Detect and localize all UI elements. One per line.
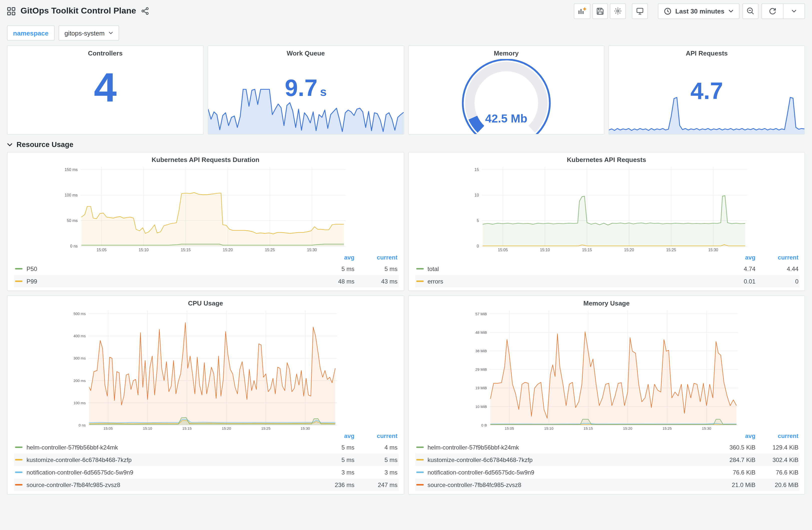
share-icon[interactable] (141, 7, 149, 15)
legend-series-name[interactable]: helm-controller-57f9b56bbf-k24mk (427, 444, 712, 451)
stat-unit: s (320, 85, 327, 99)
legend-header-avg[interactable]: avg (311, 254, 354, 261)
svg-text:15:05: 15:05 (504, 427, 513, 430)
legend-current-value: 5 ms (354, 265, 397, 272)
legend-series-name[interactable]: kustomize-controller-6c6784b468-7kzfp (27, 456, 311, 463)
series-color-dash (416, 268, 423, 269)
series-color-dash (416, 280, 423, 282)
legend-header-current[interactable]: current (755, 254, 798, 261)
namespace-variable-label[interactable]: namespace (7, 26, 55, 41)
row-toggle-resource-usage[interactable]: Resource Usage (0, 134, 812, 152)
legend-header: avgcurrent (14, 253, 398, 263)
refresh-interval-caret[interactable] (783, 4, 804, 18)
legend-series-name[interactable]: source-controller-7fb84fc985-zvsz8 (427, 481, 712, 488)
legend-header-current[interactable]: current (354, 432, 397, 440)
memory-chart[interactable]: 15:0515:1015:1515:2015:2515:300 B10 MiB1… (408, 307, 804, 431)
panel-title[interactable]: Kubernetes API Requests Duration (8, 152, 404, 163)
legend-header-avg[interactable]: avg (712, 432, 755, 440)
legend-row: P505 ms5 ms (14, 263, 398, 275)
time-range-picker[interactable]: Last 30 minutes (658, 3, 739, 19)
svg-text:50 ms: 50 ms (67, 219, 77, 223)
refresh-button[interactable] (762, 4, 783, 18)
legend-current-value: 0 (755, 278, 798, 285)
svg-text:29 MiB: 29 MiB (475, 368, 487, 371)
svg-text:57 MiB: 57 MiB (475, 312, 487, 316)
requests-chart[interactable]: 15:0515:1015:1515:2015:2515:30051015 (408, 163, 804, 253)
legend-series-name[interactable]: notification-controller-6d56575dc-5w9n9 (27, 469, 311, 476)
legend-header-avg[interactable]: avg (712, 254, 755, 261)
duration-chart[interactable]: 15:0515:1015:1515:2015:2515:300 ns50 ms1… (8, 163, 404, 253)
svg-text:15:25: 15:25 (662, 427, 671, 430)
legend-series-name[interactable]: notification-controller-6d56575dc-5w9n9 (427, 469, 712, 476)
panel-k8s-api-requests-duration: Kubernetes API Requests Duration 15:0515… (7, 152, 404, 291)
legend-header: avgcurrent (415, 253, 799, 263)
legend-series-name[interactable]: P99 (27, 278, 311, 285)
panel-title[interactable]: API Requests (609, 46, 805, 57)
legend-current-value: 129.4 KiB (755, 444, 798, 451)
gear-icon (614, 7, 622, 15)
svg-text:5: 5 (477, 219, 479, 223)
svg-text:500 ms: 500 ms (74, 312, 86, 316)
save-button[interactable] (592, 3, 608, 19)
legend-header-avg[interactable]: avg (311, 432, 354, 440)
legend-row: kustomize-controller-6c6784b468-7kzfp284… (415, 454, 799, 466)
series-color-dash (15, 446, 23, 448)
panel-k8s-api-requests: Kubernetes API Requests 15:0515:1015:151… (408, 152, 805, 291)
svg-text:15:15: 15:15 (583, 427, 593, 430)
panel-cpu-usage: CPU Usage 15:0515:1015:1515:2015:2515:30… (7, 295, 404, 495)
add-panel-button[interactable] (574, 3, 590, 19)
series-color-dash (416, 459, 423, 460)
cpu-chart[interactable]: 15:0515:1015:1515:2015:2515:300 ns100 ms… (8, 307, 404, 431)
legend-row: notification-controller-6d56575dc-5w9n93… (14, 466, 398, 479)
legend-series-name[interactable]: kustomize-controller-6c6784b468-7kzfp (427, 456, 712, 463)
svg-text:15:30: 15:30 (301, 427, 310, 430)
legend-series-name[interactable]: total (427, 265, 712, 272)
legend-row: source-controller-7fb84fc985-zvsz821.0 M… (415, 479, 799, 491)
legend-series-name[interactable]: source-controller-7fb84fc985-zvsz8 (27, 481, 311, 488)
svg-text:0 ns: 0 ns (78, 423, 86, 427)
memory-legend: avgcurrenthelm-controller-57f9b56bbf-k24… (408, 431, 804, 494)
caret-down-icon (108, 31, 113, 34)
panel-title[interactable]: Controllers (8, 46, 203, 57)
chevron-down-icon (7, 143, 13, 146)
panel-title[interactable]: Memory (408, 46, 604, 57)
settings-button[interactable] (610, 3, 626, 19)
api-requests-stat-value: 4.7 (609, 79, 805, 103)
legend-header-current[interactable]: current (755, 432, 798, 440)
legend-current-value: 302.4 KiB (755, 456, 798, 463)
svg-text:15:10: 15:10 (540, 248, 550, 252)
apps-grid-icon[interactable] (7, 7, 15, 15)
monitor-icon (636, 7, 644, 15)
panel-title[interactable]: Work Queue (208, 46, 404, 57)
legend-header-current[interactable]: current (354, 254, 397, 261)
namespace-variable-dropdown[interactable]: gitops-system (59, 26, 119, 41)
panel-title[interactable]: Kubernetes API Requests (408, 152, 804, 163)
tv-mode-button[interactable] (632, 3, 648, 19)
panel-title[interactable]: Memory Usage (408, 296, 804, 307)
legend-row: total4.744.44 (415, 263, 799, 275)
legend-series-name[interactable]: helm-controller-57f9b56bbf-k24mk (27, 444, 311, 451)
legend-series-name[interactable]: errors (427, 278, 712, 285)
caret-down-icon (728, 9, 734, 13)
zoom-out-button[interactable] (742, 3, 758, 19)
time-range-label: Last 30 minutes (675, 7, 724, 15)
svg-text:38 MiB: 38 MiB (475, 349, 487, 353)
svg-text:15:20: 15:20 (623, 427, 632, 430)
refresh-button-group (762, 3, 805, 19)
svg-text:15:25: 15:25 (265, 248, 275, 252)
svg-text:15:20: 15:20 (624, 248, 634, 252)
memory-gauge-value: 42.5 Mb (408, 112, 604, 126)
legend-avg-value: 5 ms (311, 265, 354, 272)
legend-series-name[interactable]: P50 (27, 265, 311, 272)
legend-current-value: 43 ms (354, 278, 397, 285)
svg-text:400 ms: 400 ms (74, 334, 86, 338)
work-queue-stat-value: 9.7s (208, 76, 404, 100)
legend-row: helm-controller-57f9b56bbf-k24mk5 ms4 ms (14, 441, 398, 454)
legend-current-value: 5 ms (354, 456, 397, 463)
svg-text:0 ns: 0 ns (70, 244, 77, 248)
panel-title[interactable]: CPU Usage (8, 296, 404, 307)
series-color-dash (15, 471, 23, 473)
legend-header: avgcurrent (415, 431, 799, 441)
svg-text:15:05: 15:05 (97, 248, 106, 252)
svg-text:15:20: 15:20 (222, 427, 231, 430)
